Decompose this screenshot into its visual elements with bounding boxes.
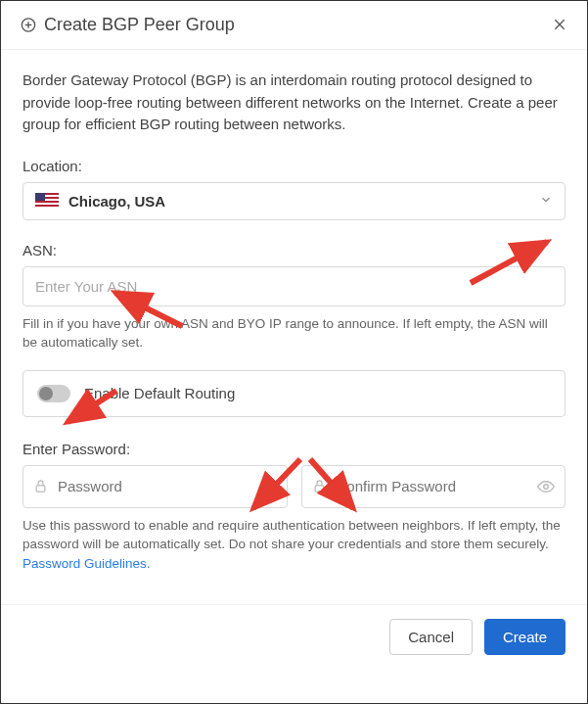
svg-rect-13	[315, 486, 324, 492]
svg-point-12	[265, 484, 270, 489]
asn-helper: Fill in if you have your own ASN and BYO…	[23, 314, 565, 352]
password-helper-text: Use this password to enable and require …	[23, 518, 561, 552]
svg-point-14	[544, 484, 549, 489]
asn-label: ASN:	[23, 242, 565, 258]
lock-icon	[312, 479, 327, 493]
svg-rect-10	[35, 193, 45, 201]
asn-input[interactable]	[23, 266, 565, 306]
location-value: Chicago, USA	[68, 193, 165, 210]
eye-icon[interactable]	[537, 478, 555, 495]
intro-text: Border Gateway Protocol (BGP) is an inte…	[23, 70, 565, 136]
location-label: Location:	[23, 158, 565, 174]
cancel-button[interactable]: Cancel	[389, 619, 473, 655]
password-input[interactable]	[56, 477, 251, 495]
default-routing-label: Enable Default Routing	[84, 385, 235, 401]
svg-rect-11	[36, 486, 45, 492]
close-icon[interactable]	[552, 16, 567, 35]
default-routing-toggle[interactable]	[37, 385, 70, 402]
password-label: Enter Password:	[23, 441, 565, 457]
svg-rect-9	[35, 205, 59, 207]
confirm-password-input[interactable]	[335, 477, 530, 495]
default-routing-card: Enable Default Routing	[23, 370, 565, 417]
location-select[interactable]: Chicago, USA	[23, 182, 565, 220]
confirm-password-field-wrapper	[301, 465, 566, 508]
eye-icon[interactable]	[259, 478, 277, 495]
password-helper: Use this password to enable and require …	[23, 516, 565, 574]
chevron-down-icon	[539, 193, 553, 210]
modal-title: Create BGP Peer Group	[44, 15, 235, 35]
flag-us-icon	[35, 193, 59, 209]
modal-header: Create BGP Peer Group	[1, 1, 587, 50]
modal-footer: Cancel Create	[1, 604, 587, 673]
lock-icon	[33, 479, 48, 493]
password-field-wrapper	[23, 465, 288, 508]
create-button[interactable]: Create	[484, 619, 565, 655]
plus-circle-icon	[21, 18, 36, 33]
svg-rect-8	[35, 201, 59, 203]
password-guidelines-link[interactable]: Password Guidelines.	[23, 556, 151, 571]
